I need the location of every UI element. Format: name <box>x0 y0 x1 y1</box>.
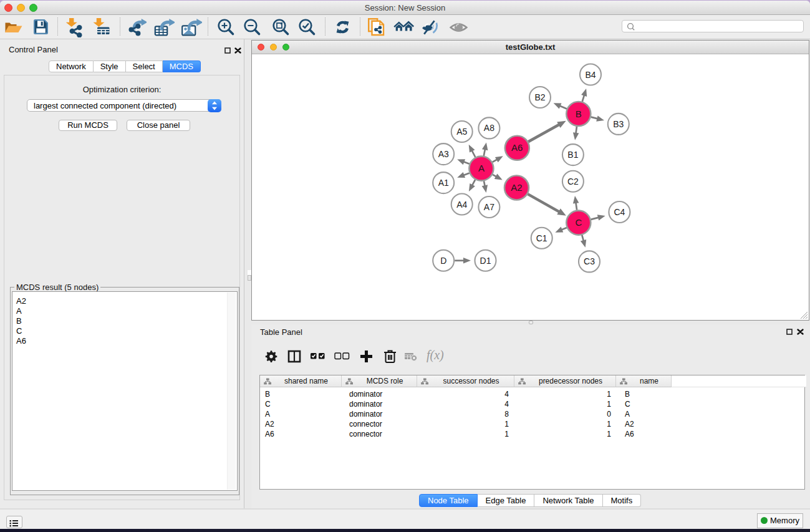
svg-text:C: C <box>575 217 582 228</box>
svg-text:B1: B1 <box>567 150 578 160</box>
svg-text:f(x): f(x) <box>427 349 444 362</box>
svg-text:B4: B4 <box>585 70 595 80</box>
svg-text:A7: A7 <box>484 202 494 212</box>
svg-text:C4: C4 <box>614 207 625 217</box>
svg-text:A: A <box>478 163 485 173</box>
svg-text:A5: A5 <box>456 127 467 137</box>
svg-text:C3: C3 <box>584 256 595 266</box>
svg-text:B3: B3 <box>613 119 624 129</box>
svg-text:A2: A2 <box>511 182 522 193</box>
svg-text:B: B <box>576 109 582 119</box>
svg-text:D: D <box>440 256 446 266</box>
svg-text:B2: B2 <box>534 92 545 102</box>
svg-text:A8: A8 <box>484 123 494 133</box>
svg-text:D1: D1 <box>480 256 491 266</box>
svg-text:A3: A3 <box>438 149 449 159</box>
svg-text:A6: A6 <box>511 142 523 153</box>
svg-text:C2: C2 <box>567 177 579 186</box>
svg-text:A1: A1 <box>438 178 449 188</box>
svg-text:A4: A4 <box>456 200 467 210</box>
svg-text:C1: C1 <box>536 233 547 243</box>
